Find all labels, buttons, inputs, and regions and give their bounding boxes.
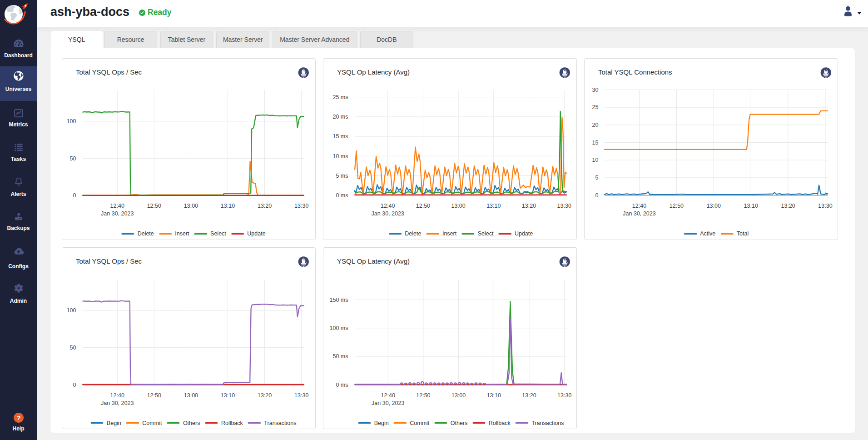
- svg-text:13:00: 13:00: [184, 392, 198, 398]
- svg-text:13:20: 13:20: [258, 203, 272, 209]
- svg-text:13:20: 13:20: [522, 392, 536, 398]
- svg-text:13:20: 13:20: [781, 203, 795, 209]
- svg-text:100: 100: [67, 118, 76, 125]
- svg-text:13:30: 13:30: [557, 392, 571, 398]
- svg-text:10: 10: [592, 157, 599, 163]
- svg-text:12:40: 12:40: [381, 203, 395, 209]
- svg-text:12:40: 12:40: [632, 203, 646, 209]
- svg-text:12:50: 12:50: [147, 203, 161, 209]
- svg-text:12:40: 12:40: [381, 392, 395, 398]
- svg-text:5 ms: 5 ms: [336, 172, 348, 179]
- svg-text:YSQL Op Latency (Avg): YSQL Op Latency (Avg): [337, 68, 410, 76]
- svg-text:0: 0: [73, 192, 76, 199]
- svg-text:13:00: 13:00: [707, 203, 721, 209]
- svg-text:50 ms: 50 ms: [333, 353, 348, 360]
- svg-text:12:50: 12:50: [147, 392, 161, 398]
- svg-text:20 ms: 20 ms: [333, 114, 348, 120]
- svg-text:20: 20: [592, 122, 599, 128]
- svg-text:100: 100: [67, 307, 76, 314]
- svg-text:Jan 30, 2023: Jan 30, 2023: [101, 400, 134, 406]
- svg-text:Jan 30, 2023: Jan 30, 2023: [623, 210, 656, 217]
- svg-text:100 ms: 100 ms: [330, 325, 348, 331]
- svg-text:13:10: 13:10: [221, 203, 235, 209]
- svg-text:13:30: 13:30: [294, 392, 308, 398]
- svg-text:13:10: 13:10: [221, 392, 235, 398]
- svg-text:YSQL Op Latency (Avg): YSQL Op Latency (Avg): [337, 257, 410, 265]
- svg-text:12:50: 12:50: [417, 392, 431, 398]
- svg-text:13:10: 13:10: [486, 203, 501, 209]
- svg-text:12:40: 12:40: [110, 392, 124, 398]
- svg-text:Total YSQL Ops / Sec: Total YSQL Ops / Sec: [76, 257, 142, 265]
- svg-text:Jan 30, 2023: Jan 30, 2023: [101, 210, 134, 217]
- svg-text:12:50: 12:50: [670, 203, 684, 209]
- svg-text:13:20: 13:20: [258, 392, 272, 398]
- svg-text:?: ?: [16, 415, 20, 421]
- svg-text:13:00: 13:00: [451, 203, 466, 209]
- svg-text:0 ms: 0 ms: [336, 381, 348, 388]
- svg-text:25: 25: [592, 104, 599, 110]
- svg-text:50: 50: [70, 155, 76, 161]
- svg-text:13:30: 13:30: [557, 203, 571, 209]
- svg-text:10 ms: 10 ms: [333, 153, 348, 159]
- svg-text:13:10: 13:10: [487, 392, 501, 398]
- svg-text:13:10: 13:10: [744, 203, 758, 209]
- svg-text:0 ms: 0 ms: [336, 192, 348, 199]
- svg-text:Total YSQL Connections: Total YSQL Connections: [598, 68, 672, 76]
- svg-text:Total YSQL Ops / Sec: Total YSQL Ops / Sec: [76, 68, 142, 76]
- svg-text:13:20: 13:20: [522, 203, 536, 209]
- svg-text:0: 0: [595, 192, 599, 198]
- svg-text:25 ms: 25 ms: [333, 94, 348, 100]
- svg-text:150 ms: 150 ms: [330, 296, 348, 303]
- svg-text:Jan 30, 2023: Jan 30, 2023: [372, 210, 404, 217]
- svg-text:0: 0: [73, 381, 76, 388]
- svg-text:13:00: 13:00: [184, 203, 198, 209]
- svg-text:13:00: 13:00: [451, 392, 466, 398]
- svg-text:50: 50: [70, 345, 76, 351]
- svg-text:12:50: 12:50: [416, 203, 430, 209]
- svg-text:15: 15: [592, 139, 599, 145]
- svg-text:Jan 30, 2023: Jan 30, 2023: [372, 400, 404, 406]
- svg-text:30: 30: [592, 86, 599, 93]
- svg-text:12:40: 12:40: [110, 203, 124, 209]
- svg-text:15 ms: 15 ms: [333, 133, 348, 140]
- svg-text:5: 5: [595, 175, 599, 181]
- svg-text:13:30: 13:30: [294, 203, 308, 209]
- svg-text:13:30: 13:30: [818, 203, 833, 209]
